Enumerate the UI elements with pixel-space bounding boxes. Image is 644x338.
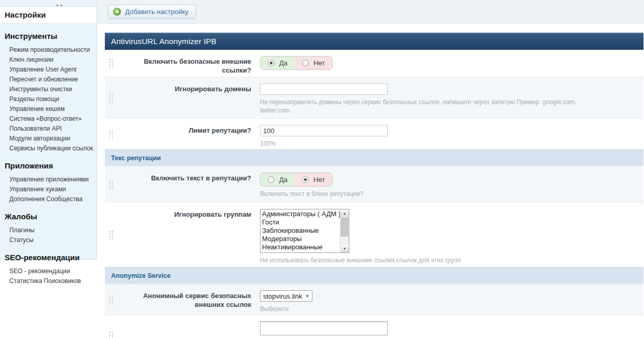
panel-title: AntivirusURL Anonymizer IPB: [105, 33, 643, 50]
section-header-anonymize-service: Anonymize Service: [105, 267, 643, 284]
setting-label: Анонимный сервис безопасных внешних ссыл…: [120, 290, 251, 309]
setting-row-ignore-domains: Игнорировать домены Не перенаправлять до…: [105, 77, 643, 118]
group-option-unactivated[interactable]: Неактивированные: [262, 243, 340, 251]
sidebar-item-api-users[interactable]: Пользователи API: [9, 124, 92, 134]
sidebar-item-cleanup-tools[interactable]: Инструменты очистки: [9, 84, 92, 94]
scrollbar[interactable]: ▲ ▼: [340, 209, 349, 252]
group-option-admins[interactable]: Администраторы ( АДМ ): [262, 210, 340, 218]
setting-label: Игнорировать домены: [120, 83, 251, 113]
sidebar-item-cache-management[interactable]: Управление кешем: [9, 104, 92, 114]
drag-handle-icon[interactable]: [108, 130, 114, 139]
setting-field: Администраторы ( АДМ ) Гости Заблокирова…: [260, 209, 637, 262]
setting-field: Да Нет: [260, 56, 637, 72]
drag-handle-icon[interactable]: [108, 331, 114, 338]
setting-row-enable-safe-links: Включить безопасные внешние ссылки? Да Н…: [105, 50, 643, 77]
group-option-banned[interactable]: Заблокированные: [262, 227, 340, 235]
ignore-domains-input[interactable]: [260, 83, 388, 95]
sidebar-item-auth-modules[interactable]: Модули авторизации: [9, 134, 92, 144]
setting-hint: Не использовать безопасные внешние ссылк…: [260, 256, 602, 264]
setting-label: Игнорировать группам: [120, 209, 251, 262]
setting-label: Включить текст в репутации?: [120, 173, 251, 197]
sidebar-item-manage-applications[interactable]: Управление приложениями: [9, 175, 92, 185]
sidebar-item-community-addons[interactable]: Дополнения Сообщества: [9, 194, 92, 204]
sidebar-item-seo-recommendations[interactable]: SEO - рекомендации: [9, 266, 92, 276]
scrollbar-thumb[interactable]: [341, 218, 348, 236]
sidebar-list-tools: Режим производительности Ключ лицензии У…: [5, 45, 92, 153]
yes-no-toggle: Да Нет: [260, 56, 333, 70]
setting-row-enable-reputation-text: Включить текст в репутации? Да Нет Включ…: [105, 166, 643, 202]
sidebar-item-search-engine-stats[interactable]: Статистика Поисковиков: [9, 276, 92, 286]
radio-yes-label: Да: [279, 59, 287, 67]
drag-handle-icon[interactable]: [108, 295, 114, 304]
setting-hint: Включить текст в блоке репутации?: [260, 190, 602, 198]
drag-handle-icon[interactable]: [108, 230, 114, 240]
setting-hint: Не перенаправлять домены через сервис бе…: [260, 98, 602, 115]
sidebar-item-qa-system[interactable]: Система «Вопрос-ответ»: [9, 114, 92, 124]
sidebar-cutoff-item: [0, 0, 97, 7]
drag-handle-icon[interactable]: [108, 59, 114, 68]
radio-no-label: Нет: [313, 176, 325, 184]
yes-no-toggle: Да Нет: [260, 173, 333, 187]
sidebar-section-tools: Инструменты Режим производительности Клю…: [0, 24, 97, 153]
chevron-down-icon: ▼: [305, 294, 309, 299]
radio-option-yes[interactable]: Да: [261, 173, 295, 186]
sidebar-item-statuses[interactable]: Статусы: [9, 235, 92, 245]
sidebar-item-license-key[interactable]: Ключ лицензии: [9, 55, 92, 65]
sidebar-list-applications: Управление приложениями Управление хукам…: [5, 175, 92, 204]
sidebar-item-user-agent[interactable]: Управление User Agent: [9, 65, 92, 75]
add-setting-button-label: Добавить настройку: [125, 8, 188, 16]
setting-field: Да Нет Включить текст в блоке репутации?: [260, 173, 637, 197]
scroll-down-icon[interactable]: ▼: [340, 245, 349, 252]
radio-selected-icon[interactable]: [268, 60, 275, 66]
service-select-value: stopvirus.link: [263, 292, 302, 300]
setting-field: 100% .: [260, 125, 637, 144]
setting-label: [120, 321, 251, 338]
sidebar-section-complaints: Жалобы Плагины Статусы: [0, 204, 97, 245]
setting-row-ignore-groups: Игнорировать группам Администраторы ( АД…: [105, 202, 643, 267]
groups-option-list: Администраторы ( АДМ ) Гости Заблокирова…: [261, 209, 340, 252]
drag-handle-icon[interactable]: [108, 180, 114, 189]
setting-hint: Выберите: [260, 305, 602, 313]
setting-hint: 100% .: [260, 139, 602, 148]
sidebar-header-settings[interactable]: Настройки: [0, 7, 97, 24]
sidebar-item-plugins[interactable]: Плагины: [9, 226, 92, 235]
sidebar-item-performance-mode[interactable]: Режим производительности: [9, 45, 92, 55]
settings-panel: AntivirusURL Anonymizer IPB Включить без…: [105, 33, 643, 338]
group-option-moderators[interactable]: Модераторы: [262, 235, 340, 243]
radio-unselected-icon[interactable]: [302, 60, 309, 66]
add-setting-button[interactable]: Добавить настройку: [108, 5, 196, 19]
sidebar-list-seo: SEO - рекомендации Статистика Поисковико…: [5, 266, 92, 286]
service-select[interactable]: stopvirus.link ▼: [260, 290, 312, 302]
toolbar: Добавить настройку: [97, 0, 644, 24]
radio-selected-icon[interactable]: [302, 176, 309, 183]
sidebar-section-title: SEO-рекомендации: [5, 253, 92, 262]
setting-row-bottom: [105, 315, 643, 338]
section-header-reputation-text: Текс репутации: [105, 149, 643, 166]
sidebar-section-applications: Приложения Управление приложениями Управ…: [0, 153, 97, 204]
sidebar-section-title: Инструменты: [5, 32, 92, 40]
radio-option-no[interactable]: Нет: [295, 57, 332, 69]
group-option-guests[interactable]: Гости: [262, 218, 340, 227]
radio-option-no[interactable]: Нет: [295, 173, 332, 186]
sidebar-section-title: Жалобы: [5, 212, 92, 221]
sidebar-item-manage-hooks[interactable]: Управление хуками: [9, 185, 92, 194]
bottom-text-input[interactable]: [260, 321, 388, 335]
groups-multiselect[interactable]: Администраторы ( АДМ ) Гости Заблокирова…: [260, 209, 349, 253]
scroll-up-icon[interactable]: ▲: [340, 209, 349, 217]
sidebar-item-help-sections[interactable]: Разделы помощи: [9, 94, 92, 104]
sidebar-item-link-publish-services[interactable]: Сервисы публикации ссылок: [9, 144, 92, 153]
radio-yes-label: Да: [279, 176, 287, 184]
sidebar-section-title: Приложения: [5, 161, 92, 170]
sidebar: Настройки Инструменты Режим производител…: [0, 0, 97, 260]
radio-option-yes[interactable]: Да: [261, 57, 295, 69]
setting-label: Лимит репутации?: [120, 125, 251, 144]
sidebar-item-recount-update[interactable]: Пересчет и обновление: [9, 75, 92, 84]
add-icon: [113, 8, 121, 16]
setting-field: stopvirus.link ▼ Выберите: [260, 290, 637, 309]
radio-unselected-icon[interactable]: [268, 176, 275, 183]
drag-handle-icon[interactable]: [108, 93, 114, 103]
setting-label: Включить безопасные внешние ссылки?: [120, 56, 251, 72]
setting-field: Не перенаправлять домены через сервис бе…: [260, 83, 637, 113]
reputation-limit-input[interactable]: [260, 125, 388, 136]
setting-field: [260, 321, 637, 338]
